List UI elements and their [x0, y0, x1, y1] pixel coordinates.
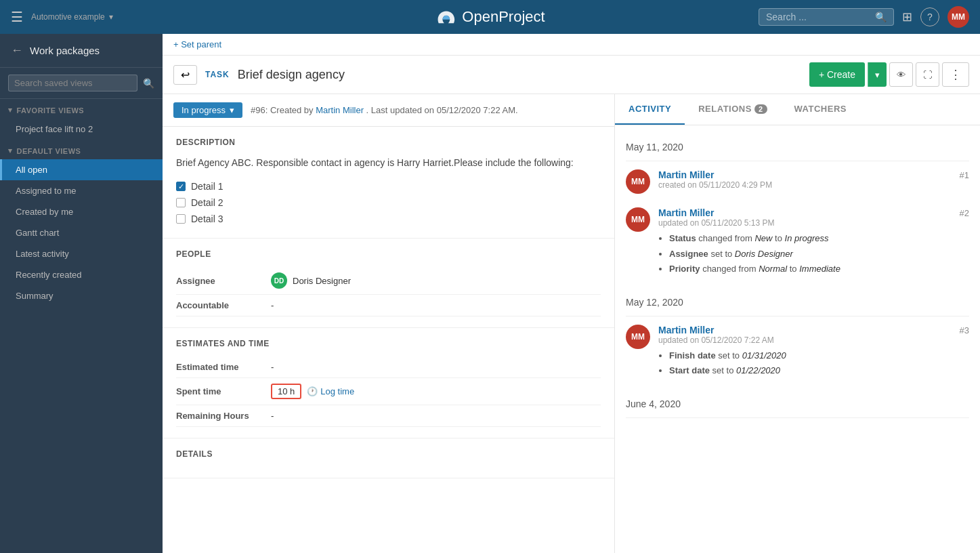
checkbox-3[interactable]: [176, 214, 186, 224]
date-separator-may12: May 12, 2020: [626, 291, 969, 316]
set-parent-button[interactable]: + Set parent: [173, 39, 221, 49]
activity-author-1: Martin Miller: [658, 169, 714, 180]
favorite-views-section[interactable]: ▾ Favorite views: [0, 99, 163, 119]
relations-badge: 2: [754, 104, 767, 114]
date-separator-june4: June 4, 2020: [626, 393, 969, 418]
default-section-label: Default views: [17, 147, 81, 155]
accountable-row: Accountable -: [176, 295, 601, 316]
remaining-hours-row: Remaining Hours -: [176, 405, 601, 427]
work-package-header: ↩ TASK Brief design agency + Create ▾ 👁 …: [163, 56, 980, 94]
activity-body-3: Martin Miller #3 updated on 05/12/2020 7…: [658, 325, 969, 380]
description-section: DESCRIPTION Brief Agency ABC. Responsibl…: [163, 127, 614, 239]
activity-num-2: #2: [960, 208, 969, 218]
sidebar-item-created-by-me[interactable]: Created by me: [0, 201, 163, 222]
estimated-time-value: -: [271, 362, 601, 372]
checklist-label-2: Detail 2: [191, 197, 223, 208]
spent-time-label: Spent time: [176, 386, 271, 396]
help-icon[interactable]: ?: [920, 7, 939, 26]
activity-body-2: Martin Miller #2 updated on 05/11/2020 5…: [658, 207, 969, 278]
change-start-date: Start date set to 01/22/2020: [669, 364, 969, 377]
sidebar-item-gantt-chart[interactable]: Gantt chart: [0, 222, 163, 243]
tab-activity[interactable]: ACTIVITY: [615, 94, 685, 125]
user-avatar[interactable]: MM: [947, 6, 969, 28]
activity-avatar-3: MM: [626, 325, 650, 349]
activity-panel: May 11, 2020 MM Martin Miller #1 created…: [615, 125, 980, 553]
default-views-section[interactable]: ▾ Default views: [0, 140, 163, 159]
spent-time-value: 10 h 🕐 Log time: [271, 384, 601, 399]
tab-relations[interactable]: RELATIONS2: [685, 94, 780, 125]
back-icon[interactable]: ←: [11, 43, 23, 58]
grid-icon[interactable]: ⊞: [902, 9, 912, 24]
more-options-button[interactable]: ⋮: [942, 62, 969, 87]
search-input[interactable]: [766, 12, 870, 22]
activity-time-3: updated on 05/12/2020 7:22 AM: [658, 335, 969, 345]
sidebar-item-latest-activity[interactable]: Latest activity: [0, 243, 163, 264]
tab-watchers[interactable]: WATCHERS: [781, 94, 860, 125]
estimates-section: ESTIMATES AND TIME Estimated time - Spen…: [163, 328, 614, 438]
sidebar-item-assigned-to-me[interactable]: Assigned to me: [0, 180, 163, 201]
assignee-label: Assignee: [176, 276, 271, 286]
date-separator-may11: May 11, 2020: [626, 136, 969, 161]
task-type-badge: TASK: [205, 70, 230, 79]
activity-item-3: MM Martin Miller #3 updated on 05/12/202…: [626, 325, 969, 380]
watch-button[interactable]: 👁: [889, 62, 913, 87]
activity-changes-3: Finish date set to 01/31/2020 Start date…: [658, 349, 969, 377]
app-logo: OpenProject: [435, 8, 545, 26]
checklist-item-3: Detail 3: [176, 211, 601, 227]
sidebar-search-input[interactable]: [8, 75, 137, 91]
activity-num-3: #3: [960, 325, 969, 335]
accountable-value: -: [271, 300, 601, 310]
sidebar-item-recently-created[interactable]: Recently created: [0, 264, 163, 285]
activity-item-2: MM Martin Miller #2 updated on 05/11/202…: [626, 207, 969, 278]
spent-time-display[interactable]: 10 h: [271, 384, 301, 399]
estimated-time-row: Estimated time -: [176, 356, 601, 378]
fullscreen-button[interactable]: ⛶: [916, 62, 939, 87]
checklist: ✓ Detail 1 Detail 2 Detail 3: [176, 178, 601, 227]
change-finish-date: Finish date set to 01/31/2020: [669, 349, 969, 363]
log-time-button[interactable]: 🕐 Log time: [307, 386, 354, 396]
fullscreen-icon: ⛶: [923, 70, 932, 80]
create-dropdown-button[interactable]: ▾: [868, 62, 887, 87]
status-meta: #96: Created by Martin Miller . Last upd…: [251, 105, 518, 115]
people-title: PEOPLE: [176, 249, 601, 259]
checkbox-1[interactable]: ✓: [176, 182, 186, 191]
checklist-label-1: Detail 1: [191, 181, 223, 192]
work-package-title: Brief design agency: [238, 68, 801, 82]
details-section: DETAILS: [163, 438, 614, 478]
activity-author-2: Martin Miller: [658, 207, 714, 218]
sidebar-item-project-face-lift[interactable]: Project face lift no 2: [0, 119, 163, 140]
sidebar-item-all-open[interactable]: All open: [0, 159, 163, 180]
more-icon: ⋮: [950, 68, 962, 81]
hamburger-menu-icon[interactable]: ☰: [11, 9, 23, 25]
back-button[interactable]: ↩: [173, 65, 197, 85]
sidebar-item-summary[interactable]: Summary: [0, 285, 163, 306]
activity-time-1: created on 05/11/2020 4:29 PM: [658, 180, 969, 190]
activity-avatar-1: MM: [626, 169, 650, 194]
content-area: In progress ▾ #96: Created by Martin Mil…: [163, 94, 980, 553]
remaining-hours-label: Remaining Hours: [176, 411, 271, 421]
status-dropdown-icon: ▾: [230, 105, 234, 115]
estimated-time-label: Estimated time: [176, 362, 271, 372]
checklist-label-3: Detail 3: [191, 213, 223, 224]
global-search[interactable]: 🔍: [759, 8, 894, 26]
description-text: Brief Agency ABC. Responsible contact in…: [176, 155, 601, 170]
project-selector[interactable]: Automotive example ▾: [31, 12, 113, 22]
chevron-down-icon-2: ▾: [8, 146, 13, 155]
eye-icon: 👁: [897, 70, 906, 80]
chevron-down-icon: ▾: [8, 106, 13, 115]
activity-item-1: MM Martin Miller #1 created on 05/11/202…: [626, 169, 969, 194]
favorite-section-label: Favorite views: [17, 106, 85, 115]
search-icon: 🔍: [875, 12, 887, 22]
tabs-header: ACTIVITY RELATIONS2 WATCHERS: [615, 94, 980, 125]
author-link[interactable]: Martin Miller: [316, 105, 364, 115]
sidebar-header: ← Work packages: [0, 34, 163, 68]
assignee-row: Assignee DD Doris Designer: [176, 267, 601, 295]
sidebar-search-icon: 🔍: [143, 78, 154, 89]
activity-avatar-2: MM: [626, 207, 650, 232]
create-button[interactable]: + Create: [809, 62, 865, 87]
checklist-item-1: ✓ Detail 1: [176, 178, 601, 194]
change-assignee: Assignee set to Doris Designer: [669, 247, 969, 261]
sidebar-search-container: 🔍: [0, 68, 163, 99]
checkbox-2[interactable]: [176, 198, 186, 207]
status-badge[interactable]: In progress ▾: [173, 102, 242, 118]
